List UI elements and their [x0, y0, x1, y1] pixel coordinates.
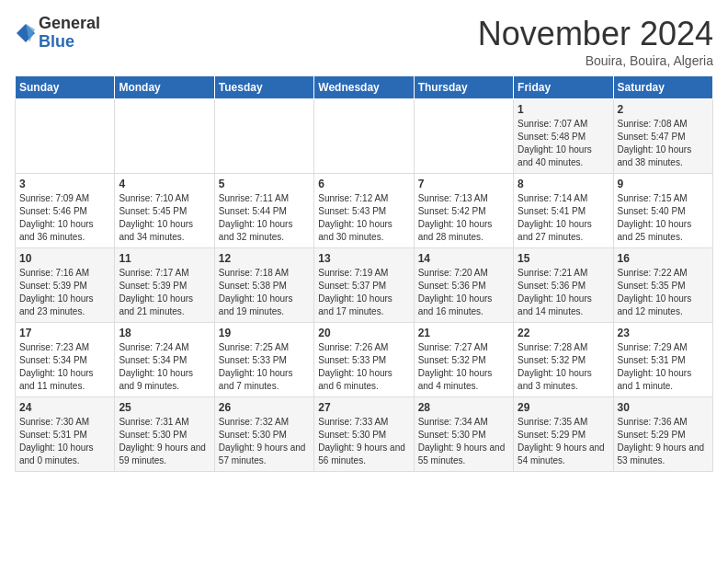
- calendar-cell: 23Sunrise: 7:29 AM Sunset: 5:31 PM Dayli…: [613, 323, 712, 397]
- calendar-cell: 20Sunrise: 7:26 AM Sunset: 5:33 PM Dayli…: [314, 323, 414, 397]
- calendar-cell: 10Sunrise: 7:16 AM Sunset: 5:39 PM Dayli…: [16, 248, 115, 323]
- day-number: 9: [618, 178, 709, 190]
- day-number: 21: [418, 327, 509, 339]
- calendar-cell: 11Sunrise: 7:17 AM Sunset: 5:39 PM Dayli…: [115, 248, 214, 323]
- day-number: 22: [518, 327, 609, 339]
- calendar-cell: 5Sunrise: 7:11 AM Sunset: 5:44 PM Daylig…: [214, 174, 313, 248]
- day-info: Sunrise: 7:30 AM Sunset: 5:31 PM Dayligh…: [19, 416, 110, 467]
- day-info: Sunrise: 7:23 AM Sunset: 5:34 PM Dayligh…: [19, 341, 110, 393]
- calendar-cell: 15Sunrise: 7:21 AM Sunset: 5:36 PM Dayli…: [514, 248, 613, 323]
- day-number: 24: [19, 401, 110, 414]
- calendar-cell: 2Sunrise: 7:08 AM Sunset: 5:47 PM Daylig…: [613, 99, 712, 174]
- day-number: 13: [318, 252, 409, 265]
- day-info: Sunrise: 7:08 AM Sunset: 5:47 PM Dayligh…: [618, 118, 709, 169]
- calendar-cell: [214, 99, 313, 174]
- calendar-cell: [115, 99, 214, 174]
- day-number: 30: [618, 401, 709, 414]
- day-info: Sunrise: 7:33 AM Sunset: 5:30 PM Dayligh…: [318, 416, 409, 467]
- day-info: Sunrise: 7:22 AM Sunset: 5:35 PM Dayligh…: [618, 267, 709, 318]
- day-info: Sunrise: 7:20 AM Sunset: 5:36 PM Dayligh…: [418, 267, 509, 318]
- calendar-cell: 29Sunrise: 7:35 AM Sunset: 5:29 PM Dayli…: [514, 397, 613, 472]
- calendar-header-row: SundayMondayTuesdayWednesdayThursdayFrid…: [16, 76, 713, 99]
- day-number: 19: [219, 327, 310, 339]
- day-number: 26: [219, 401, 310, 414]
- calendar-week-row: 24Sunrise: 7:30 AM Sunset: 5:31 PM Dayli…: [16, 397, 713, 472]
- day-header-tuesday: Tuesday: [214, 76, 313, 99]
- day-info: Sunrise: 7:15 AM Sunset: 5:40 PM Dayligh…: [618, 192, 709, 244]
- day-number: 7: [418, 178, 509, 190]
- day-info: Sunrise: 7:12 AM Sunset: 5:43 PM Dayligh…: [318, 192, 409, 244]
- calendar-cell: 19Sunrise: 7:25 AM Sunset: 5:33 PM Dayli…: [214, 323, 313, 397]
- day-info: Sunrise: 7:25 AM Sunset: 5:33 PM Dayligh…: [219, 341, 310, 393]
- logo-icon: [15, 22, 37, 44]
- day-number: 25: [119, 401, 210, 414]
- calendar-cell: 14Sunrise: 7:20 AM Sunset: 5:36 PM Dayli…: [414, 248, 513, 323]
- day-info: Sunrise: 7:10 AM Sunset: 5:45 PM Dayligh…: [119, 192, 210, 244]
- calendar-cell: 25Sunrise: 7:31 AM Sunset: 5:30 PM Dayli…: [115, 397, 214, 472]
- calendar-cell: 21Sunrise: 7:27 AM Sunset: 5:32 PM Dayli…: [414, 323, 513, 397]
- calendar-cell: 4Sunrise: 7:10 AM Sunset: 5:45 PM Daylig…: [115, 174, 214, 248]
- calendar-cell: 16Sunrise: 7:22 AM Sunset: 5:35 PM Dayli…: [613, 248, 712, 323]
- day-info: Sunrise: 7:07 AM Sunset: 5:48 PM Dayligh…: [518, 118, 609, 169]
- calendar-cell: 30Sunrise: 7:36 AM Sunset: 5:29 PM Dayli…: [613, 397, 712, 472]
- day-info: Sunrise: 7:24 AM Sunset: 5:34 PM Dayligh…: [119, 341, 210, 393]
- day-info: Sunrise: 7:34 AM Sunset: 5:30 PM Dayligh…: [418, 416, 509, 467]
- calendar-table: SundayMondayTuesdayWednesdayThursdayFrid…: [15, 75, 713, 472]
- logo-blue-text: Blue: [39, 33, 100, 52]
- calendar-week-row: 17Sunrise: 7:23 AM Sunset: 5:34 PM Dayli…: [16, 323, 713, 397]
- day-header-monday: Monday: [115, 76, 214, 99]
- day-info: Sunrise: 7:16 AM Sunset: 5:39 PM Dayligh…: [19, 267, 110, 318]
- day-number: 5: [219, 178, 310, 190]
- calendar-cell: 3Sunrise: 7:09 AM Sunset: 5:46 PM Daylig…: [16, 174, 115, 248]
- calendar-cell: 26Sunrise: 7:32 AM Sunset: 5:30 PM Dayli…: [214, 397, 313, 472]
- calendar-cell: 24Sunrise: 7:30 AM Sunset: 5:31 PM Dayli…: [16, 397, 115, 472]
- day-number: 14: [418, 252, 509, 265]
- day-header-wednesday: Wednesday: [314, 76, 414, 99]
- day-number: 15: [518, 252, 609, 265]
- day-number: 29: [518, 401, 609, 414]
- day-info: Sunrise: 7:29 AM Sunset: 5:31 PM Dayligh…: [618, 341, 709, 393]
- day-number: 20: [318, 327, 409, 339]
- day-info: Sunrise: 7:17 AM Sunset: 5:39 PM Dayligh…: [119, 267, 210, 318]
- day-number: 8: [518, 178, 609, 190]
- day-info: Sunrise: 7:27 AM Sunset: 5:32 PM Dayligh…: [418, 341, 509, 393]
- page-header: General Blue November 2024 Bouira, Bouir…: [15, 15, 713, 68]
- calendar-cell: [314, 99, 414, 174]
- day-info: Sunrise: 7:26 AM Sunset: 5:33 PM Dayligh…: [318, 341, 409, 393]
- day-info: Sunrise: 7:09 AM Sunset: 5:46 PM Dayligh…: [19, 192, 110, 244]
- day-info: Sunrise: 7:36 AM Sunset: 5:29 PM Dayligh…: [618, 416, 709, 467]
- calendar-cell: 8Sunrise: 7:14 AM Sunset: 5:41 PM Daylig…: [514, 174, 613, 248]
- day-number: 1: [518, 103, 609, 116]
- calendar-cell: 13Sunrise: 7:19 AM Sunset: 5:37 PM Dayli…: [314, 248, 414, 323]
- calendar-cell: 28Sunrise: 7:34 AM Sunset: 5:30 PM Dayli…: [414, 397, 513, 472]
- title-block: November 2024 Bouira, Bouira, Algeria: [478, 15, 713, 68]
- month-title: November 2024: [478, 15, 713, 53]
- calendar-cell: 6Sunrise: 7:12 AM Sunset: 5:43 PM Daylig…: [314, 174, 414, 248]
- calendar-cell: 18Sunrise: 7:24 AM Sunset: 5:34 PM Dayli…: [115, 323, 214, 397]
- day-info: Sunrise: 7:21 AM Sunset: 5:36 PM Dayligh…: [518, 267, 609, 318]
- day-number: 3: [19, 178, 110, 190]
- day-number: 23: [618, 327, 709, 339]
- calendar-cell: 27Sunrise: 7:33 AM Sunset: 5:30 PM Dayli…: [314, 397, 414, 472]
- calendar-week-row: 10Sunrise: 7:16 AM Sunset: 5:39 PM Dayli…: [16, 248, 713, 323]
- day-number: 18: [119, 327, 210, 339]
- day-number: 10: [19, 252, 110, 265]
- calendar-cell: [16, 99, 115, 174]
- day-info: Sunrise: 7:13 AM Sunset: 5:42 PM Dayligh…: [418, 192, 509, 244]
- calendar-cell: [414, 99, 513, 174]
- calendar-cell: 7Sunrise: 7:13 AM Sunset: 5:42 PM Daylig…: [414, 174, 513, 248]
- calendar-cell: 17Sunrise: 7:23 AM Sunset: 5:34 PM Dayli…: [16, 323, 115, 397]
- calendar-cell: 1Sunrise: 7:07 AM Sunset: 5:48 PM Daylig…: [514, 99, 613, 174]
- calendar-week-row: 1Sunrise: 7:07 AM Sunset: 5:48 PM Daylig…: [16, 99, 713, 174]
- day-info: Sunrise: 7:28 AM Sunset: 5:32 PM Dayligh…: [518, 341, 609, 393]
- day-number: 17: [19, 327, 110, 339]
- day-info: Sunrise: 7:32 AM Sunset: 5:30 PM Dayligh…: [219, 416, 310, 467]
- calendar-week-row: 3Sunrise: 7:09 AM Sunset: 5:46 PM Daylig…: [16, 174, 713, 248]
- day-number: 2: [618, 103, 709, 116]
- day-header-thursday: Thursday: [414, 76, 513, 99]
- day-header-sunday: Sunday: [16, 76, 115, 99]
- logo: General Blue: [15, 15, 100, 52]
- day-number: 12: [219, 252, 310, 265]
- day-number: 4: [119, 178, 210, 190]
- day-number: 6: [318, 178, 409, 190]
